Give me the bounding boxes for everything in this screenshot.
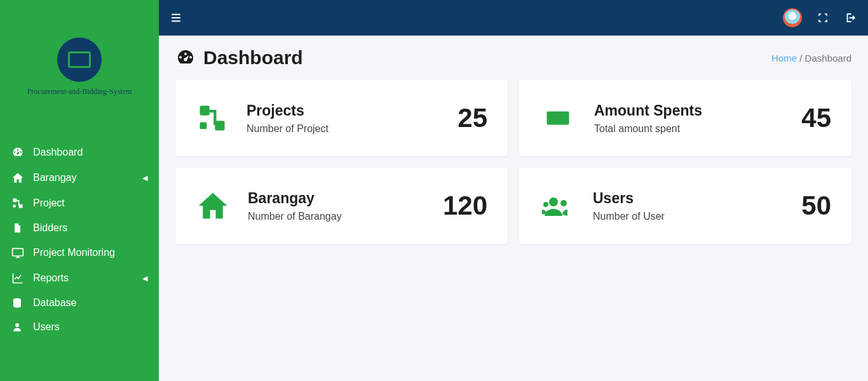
user-icon	[11, 321, 25, 333]
chevron-left-icon: ◀	[142, 174, 147, 182]
sidebar-item-bidders[interactable]: Bidders	[0, 216, 159, 240]
tachometer-icon	[175, 48, 196, 68]
card-title: Projects	[247, 102, 458, 119]
card-users: Users Number of User 50	[519, 168, 851, 244]
sidebar-item-label: Project	[33, 197, 65, 209]
card-title: Barangay	[248, 190, 443, 207]
dashboard-cards: Projects Number of Project 25 Amount Spe…	[175, 80, 851, 244]
sidebar-item-label: Reports	[33, 272, 69, 284]
sidebar-item-label: Users	[33, 321, 60, 333]
card-subtitle: Number of Barangay	[248, 211, 443, 222]
breadcrumb-home-link[interactable]: Home	[771, 53, 797, 64]
card-amount-spent: Amount Spents Total amount spent 45	[519, 80, 851, 156]
sidebar-item-label: Dashboard	[33, 147, 83, 158]
card-value: 50	[801, 190, 831, 221]
card-subtitle: Number of User	[593, 211, 801, 222]
topbar	[159, 0, 868, 36]
sidebar-item-label: Database	[33, 297, 77, 309]
card-title: Amount Spents	[594, 102, 801, 119]
sidebar: Procurement-and-Bidding-System Dashboard…	[0, 0, 159, 381]
database-icon	[11, 297, 25, 309]
sidebar-item-project-monitoring[interactable]: Project Monitoring	[0, 240, 159, 265]
card-value: 45	[801, 103, 831, 133]
card-projects: Projects Number of Project 25	[175, 80, 508, 156]
tachometer-icon	[11, 146, 25, 159]
breadcrumb-current: Dashboard	[805, 53, 851, 64]
sidebar-item-project[interactable]: Project	[0, 190, 159, 216]
project-icon	[196, 102, 229, 135]
brand-logo-area: Procurement-and-Bidding-System	[0, 0, 159, 133]
project-icon	[11, 197, 25, 210]
sidebar-nav: Dashboard Barangay ◀ Project Bidders Pro…	[0, 133, 159, 345]
card-subtitle: Number of Project	[247, 123, 458, 135]
card-text: Barangay Number of Barangay	[248, 190, 443, 222]
page-title: Dashboard	[203, 47, 303, 69]
users-icon	[539, 190, 575, 221]
card-text: Users Number of User	[593, 190, 801, 222]
content: Dashboard Home / Dashboard Projects Numb…	[159, 36, 868, 381]
sidebar-item-label: Bidders	[33, 222, 67, 234]
home-icon	[196, 189, 230, 223]
breadcrumb-separator: /	[799, 53, 802, 64]
breadcrumb: Home / Dashboard	[771, 53, 851, 64]
page-title-wrap: Dashboard	[175, 47, 303, 69]
topbar-right	[783, 8, 857, 27]
logout-icon[interactable]	[844, 12, 857, 23]
home-icon	[11, 171, 25, 184]
card-title: Users	[593, 190, 801, 207]
sidebar-item-barangay[interactable]: Barangay ◀	[0, 165, 159, 190]
card-text: Amount Spents Total amount spent	[594, 102, 801, 135]
sidebar-item-users[interactable]: Users	[0, 315, 159, 339]
card-value: 25	[458, 103, 487, 133]
card-barangay: Barangay Number of Barangay 120	[175, 168, 508, 244]
card-text: Projects Number of Project	[247, 102, 458, 135]
main-area: Dashboard Home / Dashboard Projects Numb…	[159, 0, 868, 381]
brand-name: Procurement-and-Bidding-System	[27, 87, 132, 97]
hamburger-icon[interactable]	[170, 12, 182, 23]
sidebar-item-database[interactable]: Database	[0, 291, 159, 315]
chevron-left-icon: ◀	[142, 274, 147, 283]
file-icon	[11, 222, 25, 234]
sidebar-item-label: Project Monitoring	[33, 247, 115, 258]
avatar[interactable]	[783, 8, 802, 27]
sidebar-item-label: Barangay	[33, 172, 77, 184]
brand-logo-icon	[57, 37, 102, 82]
card-subtitle: Total amount spent	[594, 123, 801, 135]
expand-icon[interactable]	[817, 12, 829, 23]
chart-icon	[11, 272, 25, 284]
money-icon	[539, 105, 576, 131]
page-header: Dashboard Home / Dashboard	[175, 47, 851, 69]
monitor-icon	[11, 246, 25, 259]
card-value: 120	[443, 190, 487, 221]
sidebar-item-reports[interactable]: Reports ◀	[0, 265, 159, 291]
sidebar-item-dashboard[interactable]: Dashboard	[0, 140, 159, 165]
